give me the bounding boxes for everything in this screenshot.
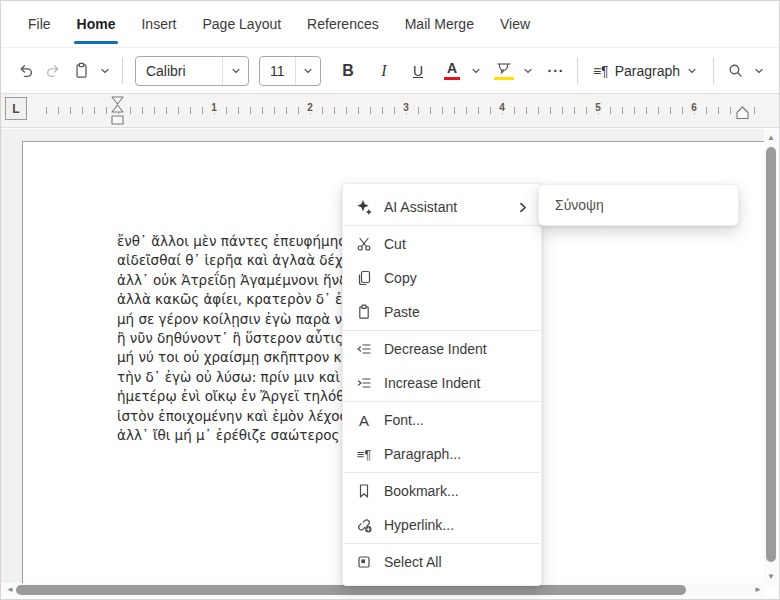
font-size-dropdown-button[interactable]: [295, 57, 320, 85]
search-dropdown-button[interactable]: [749, 56, 769, 86]
menu-item-paragraph[interactable]: ≡¶ Paragraph...: [343, 437, 541, 471]
ruler-number: 6: [688, 102, 700, 113]
redo-icon: [45, 62, 62, 79]
bold-button[interactable]: B: [334, 56, 362, 86]
tab-page-layout-label: Page Layout: [202, 16, 281, 32]
menu-item-label: Copy: [384, 270, 417, 286]
chevron-down-icon: [753, 65, 765, 77]
menu-item-select-all[interactable]: Select All: [343, 545, 541, 579]
menu-item-cut[interactable]: Cut: [343, 227, 541, 261]
menu-item-label: Bookmark...: [384, 483, 459, 499]
tab-file[interactable]: File: [15, 1, 64, 47]
menu-item-ai-assistant[interactable]: AI Assistant: [343, 190, 541, 224]
redo-button[interactable]: [39, 56, 67, 86]
menu-item-copy[interactable]: Copy: [343, 261, 541, 295]
menu-item-font[interactable]: A Font...: [343, 403, 541, 437]
scroll-down-arrow-icon[interactable]: ▼: [767, 573, 775, 581]
search-button[interactable]: [721, 56, 749, 86]
undo-button[interactable]: [11, 56, 39, 86]
paragraph-mark-icon: ≡¶: [355, 445, 373, 463]
paragraph-mark-icon: ≡¶: [593, 63, 609, 79]
font-size-value: 11: [260, 63, 295, 79]
scroll-left-arrow-icon[interactable]: ◄: [6, 586, 14, 594]
hyperlink-icon: [355, 516, 373, 534]
chevron-down-icon: [99, 65, 111, 77]
tab-page-layout[interactable]: Page Layout: [189, 1, 294, 47]
menu-separator: [343, 401, 541, 402]
tab-insert[interactable]: Insert: [128, 1, 189, 47]
ruler-ticks: [31, 107, 757, 114]
highlight-color-button[interactable]: [490, 56, 518, 86]
horizontal-scrollbar-thumb[interactable]: [16, 585, 686, 595]
menu-separator: [343, 225, 541, 226]
submenu-item-summary[interactable]: Σύνοψη: [539, 190, 738, 220]
chevron-down-icon: [522, 65, 534, 77]
clipboard-icon: [355, 303, 373, 321]
tab-selector-button[interactable]: L: [5, 97, 27, 120]
tab-stop-icon: L: [12, 102, 19, 116]
menu-item-decrease-indent[interactable]: Decrease Indent: [343, 332, 541, 366]
increase-indent-icon: [355, 374, 373, 392]
highlighter-icon: [494, 62, 514, 80]
menu-item-label: Select All: [384, 554, 442, 570]
menu-item-label: Paragraph...: [384, 446, 461, 462]
scissors-icon: [355, 235, 373, 253]
paste-dropdown-button[interactable]: [95, 56, 115, 86]
vertical-scrollbar[interactable]: ▲ ▼: [764, 129, 778, 586]
underline-button[interactable]: U: [404, 56, 432, 86]
ai-sparkle-icon: [355, 198, 373, 216]
italic-button[interactable]: I: [370, 56, 398, 86]
font-color-dropdown-button[interactable]: [466, 56, 486, 86]
tab-view-label: View: [500, 16, 530, 32]
right-indent-marker[interactable]: [734, 106, 751, 120]
underline-icon: U: [413, 63, 423, 79]
tab-references[interactable]: References: [294, 1, 392, 47]
context-menu: AI Assistant Cut Copy: [342, 183, 542, 586]
font-color-button[interactable]: A: [438, 56, 466, 86]
document-editor-app: File Home Insert Page Layout References …: [0, 0, 780, 600]
tab-view[interactable]: View: [487, 1, 543, 47]
tab-home[interactable]: Home: [64, 1, 129, 47]
menu-item-hyperlink[interactable]: Hyperlink...: [343, 508, 541, 542]
ai-assistant-submenu: Σύνοψη: [538, 184, 739, 226]
toolbar-divider: [122, 58, 123, 84]
menu-item-label: Paste: [384, 304, 420, 320]
vertical-scrollbar-thumb[interactable]: [766, 147, 776, 562]
scroll-up-arrow-icon[interactable]: ▲: [767, 134, 775, 142]
search-icon: [727, 62, 744, 79]
menu-separator: [343, 472, 541, 473]
tab-references-label: References: [307, 16, 379, 32]
menu-separator: [343, 543, 541, 544]
menu-item-bookmark[interactable]: Bookmark...: [343, 474, 541, 508]
toolbar-divider: [577, 58, 578, 84]
menu-item-increase-indent[interactable]: Increase Indent: [343, 366, 541, 400]
menu-item-paste[interactable]: Paste: [343, 295, 541, 329]
paragraph-dropdown-label: Paragraph: [615, 63, 680, 79]
toolbar-divider: [713, 58, 714, 84]
tab-home-label: Home: [77, 16, 116, 32]
font-size-combobox[interactable]: 11: [259, 56, 321, 86]
copy-icon: [355, 269, 373, 287]
decrease-indent-icon: [355, 340, 373, 358]
ruler-number: 4: [496, 102, 508, 113]
submenu-item-label: Σύνοψη: [555, 197, 604, 213]
paste-button[interactable]: [67, 56, 95, 86]
font-color-icon: A: [444, 61, 460, 80]
left-indent-marker[interactable]: [109, 96, 126, 127]
more-options-button[interactable]: ···: [542, 56, 570, 86]
tab-mail-merge[interactable]: Mail Merge: [392, 1, 487, 47]
ruler: L 1 2 3 4 5 6: [1, 94, 779, 128]
scroll-right-arrow-icon[interactable]: ►: [754, 586, 762, 594]
tab-file-label: File: [28, 16, 51, 32]
chevron-down-icon: [302, 65, 314, 77]
font-name-dropdown-button[interactable]: [222, 57, 248, 85]
font-name-combobox[interactable]: Calibri: [135, 56, 249, 86]
font-name-value: Calibri: [136, 63, 222, 79]
tab-insert-label: Insert: [141, 16, 176, 32]
highlight-dropdown-button[interactable]: [518, 56, 538, 86]
paragraph-dropdown[interactable]: ≡¶ Paragraph: [585, 56, 706, 86]
clipboard-icon: [73, 62, 90, 79]
menu-item-label: Increase Indent: [384, 375, 481, 391]
bold-icon: B: [342, 62, 354, 80]
italic-icon: I: [381, 62, 386, 80]
